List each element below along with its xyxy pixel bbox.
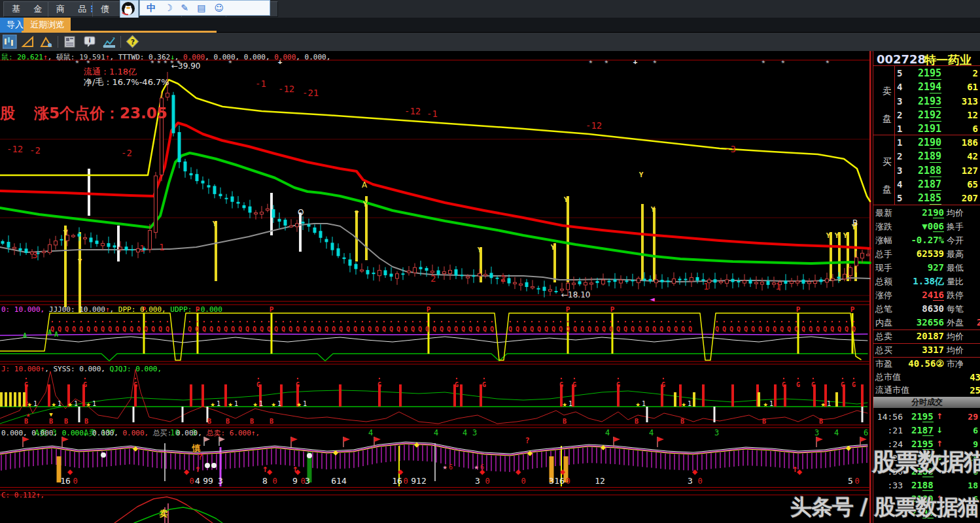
divider — [873, 65, 980, 66]
ime-toolbar[interactable]: 中 ☽ ✎ ▤ ☺ — [139, 0, 270, 16]
ask-row[interactable]: 2219212 — [873, 109, 980, 122]
ime-pen-icon[interactable]: ✎ — [181, 1, 189, 15]
chart-area[interactable] — [0, 51, 871, 523]
tape-row: :242195↑9 — [873, 437, 980, 451]
bid-row[interactable]: 32188127 — [873, 164, 980, 178]
bid-row[interactable]: 52185207 — [873, 192, 980, 205]
news-icon[interactable] — [63, 35, 77, 49]
ime-smiley-icon[interactable]: ☺ — [215, 1, 224, 15]
ask-row[interactable]: 521952 — [873, 67, 980, 80]
toolbar-separator — [58, 36, 58, 48]
ask-row[interactable]: 32193313 — [873, 95, 980, 109]
tape-row: :33218818 — [873, 479, 980, 492]
divider — [873, 135, 980, 135]
quote-sidebar: 002728 特一药业 卖盘 买盘 5219524219461321933132… — [873, 51, 980, 523]
ime-moon-icon[interactable]: ☽ — [164, 1, 173, 15]
tape-row: :212187↓6 — [873, 424, 980, 437]
market-cap-row: 总市值43 — [873, 371, 980, 384]
bid-row[interactable]: 4218765 — [873, 178, 980, 192]
tab-recent-browse[interactable]: 近期浏览 — [24, 18, 71, 32]
stock-code[interactable]: 002728 — [877, 52, 926, 66]
kline-chart-icon[interactable] — [3, 35, 17, 49]
tab-row: 导入 近期浏览 — [0, 18, 980, 32]
ask-row[interactable]: 4219461 — [873, 80, 980, 94]
tape-row: 21906 — [873, 520, 980, 523]
stat-row: 涨幅-0.27%今开 — [873, 233, 980, 247]
ime-mode-icon[interactable]: 中 — [147, 1, 156, 15]
stat-row: 最新2190均价 — [873, 206, 980, 220]
down-arrow-icon: ↓ — [936, 451, 943, 465]
svg-text:i: i — [88, 37, 90, 44]
tape-row: 219024 — [873, 506, 980, 520]
info-bubble-icon[interactable]: i — [82, 35, 97, 49]
up-arrow-icon: ↑ — [936, 437, 943, 451]
stat-row: 总笔8630每笔 — [873, 302, 980, 316]
divider — [873, 205, 980, 205]
stat-row: 涨停2416跌停 — [873, 288, 980, 302]
up-arrow-icon: ↑ — [936, 410, 943, 424]
stat-row: 内盘32656外盘2 — [873, 316, 980, 329]
up-arrow-icon: ↑ — [936, 492, 943, 506]
qq-penguin-icon[interactable] — [120, 0, 139, 18]
trend-up-icon[interactable] — [102, 35, 116, 49]
stat-row: 涨跌▼006换手 — [873, 220, 980, 233]
stat-row: 总手62539最高 — [873, 247, 980, 261]
chart-toolbar: i ? — [0, 33, 980, 52]
tape-row: 2189↑6 — [873, 492, 980, 506]
tape-header[interactable]: 分时成交 — [873, 397, 980, 408]
ime-keyboard-icon[interactable]: ▤ — [197, 1, 205, 15]
help-icon[interactable]: ? — [126, 35, 140, 49]
bid-row[interactable]: 12190186 — [873, 136, 980, 150]
svg-text:?: ? — [131, 38, 135, 46]
protractor-icon[interactable] — [39, 35, 54, 49]
stat-row: 总买3317均价 — [873, 343, 980, 357]
down-arrow-icon: ↓ — [936, 424, 943, 437]
bid-row[interactable]: 2218942 — [873, 150, 980, 163]
tape-row: :272188↓18 — [873, 451, 980, 465]
ruler-icon[interactable] — [21, 35, 35, 49]
stat-row: 总卖20187均价 — [873, 329, 980, 343]
market-cap-row: 流通市值25 — [873, 384, 980, 397]
stat-row: 市盈40.56②市净 — [873, 357, 980, 371]
stock-app-window: { "menu": {"items": [ {"label": "基 金", "… — [0, 0, 980, 523]
toolbar-separator — [120, 36, 121, 48]
stat-row: 总额1.38亿量比 — [873, 275, 980, 288]
stat-row: 现手927最低 — [873, 261, 980, 275]
tape-row: :3021886 — [873, 465, 980, 479]
tape-row: 14:562195↑29 — [873, 410, 980, 424]
